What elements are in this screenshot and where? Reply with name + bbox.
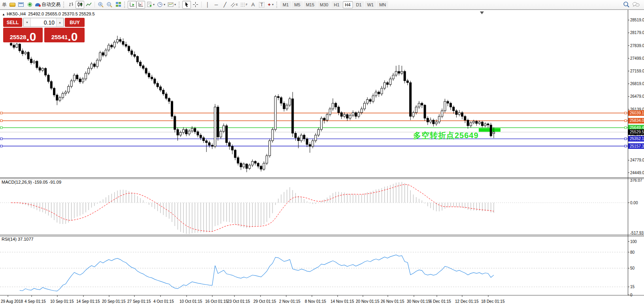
chart-text-annotation[interactable]: 多空转折点25649 — [413, 130, 479, 141]
toolbar-grip — [179, 2, 181, 8]
search-button[interactable] — [622, 1, 631, 9]
candle-bear — [450, 103, 452, 107]
chart-title: ▲HK50-,H4 25492.0 25655.0 25370.5 25529.… — [2, 11, 95, 16]
highlight-zone[interactable] — [479, 128, 500, 132]
candle-bull — [478, 122, 480, 124]
dropdown-arrow-icon[interactable]: ▾ — [164, 3, 165, 6]
periods-button[interactable]: ▾ — [156, 1, 166, 9]
zoom-in-button[interactable] — [96, 1, 105, 9]
hline-anchor[interactable] — [0, 112, 2, 114]
volume-decrease-button[interactable]: ▼ — [23, 18, 31, 27]
buy-button[interactable]: BUY — [65, 18, 85, 27]
hline-anchor[interactable] — [625, 112, 627, 114]
templates-button[interactable]: ▾ — [166, 1, 177, 9]
line-chart-icon — [86, 2, 92, 8]
bar-chart-button[interactable] — [67, 1, 76, 9]
signals-button[interactable] — [25, 1, 34, 9]
candlestick-button[interactable] — [76, 1, 84, 9]
buy-price-button[interactable]: 25541.0 — [44, 28, 85, 42]
candle-bear — [461, 113, 463, 116]
mt4-terminal: { "toolbar": { "glyphs": { "partial_new_… — [0, 0, 644, 304]
candle-bull — [105, 50, 107, 55]
dropdown-arrow-icon[interactable]: ▾ — [153, 3, 155, 6]
candle-bull — [430, 120, 432, 122]
price-tick-label: 24449.0 — [630, 171, 644, 175]
candle-bull — [401, 71, 403, 73]
rsi-indicator-label: RSI(14) 37.1077 — [2, 237, 34, 241]
chat-icon — [632, 2, 640, 8]
chart-shift-button[interactable] — [136, 1, 145, 9]
volume-input[interactable]: 0.10 — [31, 18, 56, 27]
new-order-button[interactable]: 单 — [1, 1, 8, 9]
hline-anchor[interactable] — [0, 145, 2, 147]
auto-scroll-button[interactable] — [128, 1, 136, 9]
chart-shift-icon — [138, 2, 144, 8]
candle-bear — [306, 139, 308, 144]
indicators-icon — [146, 2, 152, 8]
tf-d1-button[interactable]: D1 — [354, 1, 364, 8]
chart-profile-button[interactable] — [8, 1, 17, 9]
price-tick-label: 26479.0 — [630, 94, 644, 99]
new-window-button[interactable] — [17, 1, 25, 9]
candle-bear — [280, 98, 282, 103]
tf-h1-button[interactable]: H1 — [331, 1, 342, 8]
time-axis-label: 30 Nov 01:15 — [407, 299, 431, 304]
candle-bull — [389, 79, 391, 84]
price-tick-label: 27839.0 — [630, 44, 644, 48]
crosshair-button[interactable] — [191, 1, 200, 9]
tf-m5-button[interactable]: M5 — [292, 1, 302, 8]
tf-mn-button[interactable]: MN — [377, 1, 388, 8]
fibonacci-button[interactable]: F — [239, 1, 249, 9]
tf-m1-button[interactable]: M1 — [280, 1, 291, 8]
tf-m15-button[interactable]: M15 — [304, 1, 317, 8]
hline-anchor[interactable] — [0, 138, 2, 140]
chat-button[interactable] — [631, 1, 641, 9]
time-axis-label: 20 Nov 01:15 — [356, 299, 380, 304]
macd-indicator-label: MACD(12,26,9) -159.05 -91.09 — [2, 180, 61, 184]
chart-canvas[interactable]: 28519.028179.027839.027499.027159.026819… — [0, 10, 644, 304]
price-tick-label: 28179.0 — [630, 30, 644, 35]
zoom-out-button[interactable] — [105, 1, 114, 9]
channel-button[interactable]: E — [229, 1, 239, 9]
candle-bear — [229, 142, 230, 146]
volume-increase-button[interactable]: ▲ — [56, 18, 64, 27]
indicators-button[interactable]: ▾ — [145, 1, 156, 9]
candle-bear — [217, 107, 219, 137]
candle-bull — [312, 141, 314, 146]
tf-w1-button[interactable]: W1 — [365, 1, 376, 8]
candle-bear — [481, 122, 483, 125]
candle-bear — [378, 92, 380, 94]
autotrading-button[interactable]: 自动交易 — [34, 1, 62, 9]
cursor-button[interactable] — [182, 1, 191, 9]
hline-anchor[interactable] — [625, 120, 627, 122]
sell-button[interactable]: SELL — [3, 18, 22, 27]
line-chart-button[interactable] — [84, 1, 93, 9]
tile-windows-button[interactable] — [114, 1, 123, 9]
signals-icon — [28, 2, 32, 7]
rsi-axis-label: 0 — [630, 293, 633, 297]
candle-bull — [383, 83, 385, 88]
tf-m30-button[interactable]: M30 — [317, 1, 330, 8]
horizontal-line-button[interactable]: ─ — [212, 1, 221, 9]
candle-bull — [108, 45, 110, 50]
fibo-f-label: F — [246, 3, 247, 6]
dropdown-arrow-icon[interactable]: ▾ — [174, 3, 176, 6]
trendline-button[interactable]: ╱ — [221, 1, 229, 9]
dropdown-arrow-icon[interactable]: ▾ — [272, 3, 274, 6]
clock-icon — [157, 2, 163, 8]
hline-anchor[interactable] — [0, 127, 2, 129]
candle-bull — [272, 129, 274, 141]
text-label-button[interactable]: T — [257, 1, 266, 9]
chart-shift-marker[interactable] — [480, 11, 484, 14]
hline-anchor[interactable] — [625, 138, 627, 140]
vertical-line-button[interactable]: │ — [203, 1, 212, 9]
price-tick-label: 28519.0 — [630, 18, 644, 22]
arrows-button[interactable]: ✦ ▾ — [266, 1, 275, 9]
hline-anchor[interactable] — [625, 145, 627, 147]
hline-anchor[interactable] — [0, 120, 2, 122]
collapse-arrow-icon[interactable]: ▲ — [2, 13, 5, 16]
sell-price-button[interactable]: 25528.0 — [3, 28, 43, 42]
hline-anchor[interactable] — [625, 127, 627, 129]
tf-h4-button[interactable]: H4 — [343, 1, 353, 8]
text-button[interactable]: A — [249, 1, 257, 9]
